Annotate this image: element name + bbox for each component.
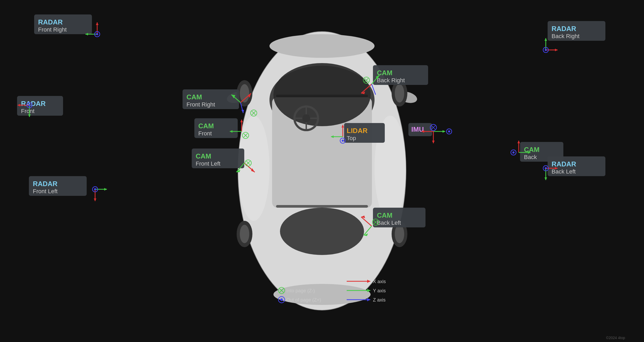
cam-back-right-name: Back Right: [377, 77, 405, 84]
svg-point-19: [395, 225, 404, 243]
svg-point-58: [94, 188, 96, 190]
svg-point-142: [280, 298, 283, 301]
cam-front-label: CAM Front: [194, 118, 238, 138]
svg-point-8: [269, 34, 375, 58]
legend-into-page-label: Into page (Z-): [286, 288, 315, 293]
copyright-text: ©2024 4top: [606, 336, 625, 340]
cam-back-label: CAM Back: [520, 142, 563, 162]
svg-point-70: [545, 167, 547, 169]
svg-point-13: [240, 84, 249, 103]
svg-point-131: [448, 130, 450, 132]
legend-z-label: Z axis: [373, 297, 386, 303]
svg-point-17: [240, 225, 249, 243]
cam-back-right-label: CAM Back Right: [373, 65, 428, 85]
radar-front-right-name: Front Right: [38, 26, 67, 33]
cam-front-type: CAM: [198, 122, 214, 130]
svg-point-52: [28, 104, 30, 106]
svg-point-46: [96, 33, 98, 35]
radar-back-right-type: RADAR: [552, 25, 576, 33]
radar-front-left-label: RADAR Front Left: [29, 176, 87, 196]
legend-x-label: X axis: [373, 279, 386, 284]
cam-front-right-type: CAM: [186, 93, 202, 101]
radar-front-name: Front: [21, 108, 34, 114]
radar-front-left-name: Front Left: [33, 188, 58, 195]
svg-point-64: [545, 49, 547, 51]
svg-point-6: [238, 116, 269, 221]
svg-point-114: [512, 151, 515, 154]
cam-front-left-type: CAM: [196, 152, 211, 160]
svg-rect-26: [276, 95, 368, 97]
cam-front-left-name: Front Left: [196, 160, 220, 167]
radar-front-left-type: RADAR: [33, 180, 58, 188]
radar-front-right-type: RADAR: [38, 18, 63, 26]
cam-back-left-name: Back Left: [377, 220, 401, 226]
cam-front-right-label: CAM Front Right: [183, 89, 239, 109]
lidar-top-name: Top: [347, 135, 356, 141]
svg-rect-27: [276, 205, 368, 208]
radar-front-type: RADAR: [21, 100, 46, 108]
cam-front-left-label: CAM Front Left: [192, 149, 244, 168]
svg-point-15: [395, 84, 404, 103]
legend-out-of-page-label: Out of page (Z+): [286, 297, 321, 303]
cam-back-left-type: CAM: [377, 211, 392, 219]
radar-front-right-label: RADAR Front Right: [34, 14, 92, 34]
radar-front-label: RADAR Front: [17, 96, 63, 116]
cam-front-right-name: Front Right: [186, 101, 215, 108]
imu-type: IMU: [411, 125, 424, 133]
cam-front-name: Front: [198, 130, 212, 137]
legend-y-label: Y axis: [373, 288, 386, 293]
svg-point-5: [280, 208, 364, 255]
lidar-top-type: LIDAR: [347, 127, 368, 135]
svg-point-21: [302, 114, 310, 122]
cam-back-left-label: CAM Back Left: [373, 208, 425, 227]
imu-label: IMU: [408, 123, 432, 136]
svg-point-120: [342, 140, 344, 142]
radar-back-right-label: RADAR Back Right: [548, 21, 605, 41]
lidar-top-label: LIDAR Top: [344, 123, 385, 143]
radar-back-right-name: Back Right: [552, 33, 579, 39]
cam-back-name: Back: [524, 154, 537, 160]
